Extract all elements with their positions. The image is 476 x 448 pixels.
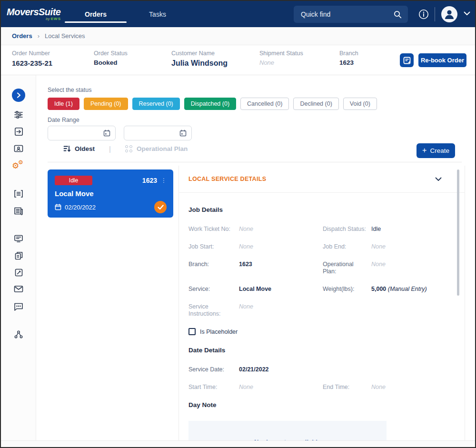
is-placeholder-row: Is Placeholder [188,328,455,335]
left-icon-rail: ⚙⚙ [1,75,36,440]
is-placeholder-label: Is Placeholder [200,329,238,335]
job-start-value: None [239,243,323,250]
sort-row: Oldest | Operational Plan [63,145,188,153]
branch-field: Branch 1623 [339,50,358,66]
chip-reserved[interactable]: Reserved (0) [132,98,180,110]
sidebar-expand-button[interactable] [1,89,36,102]
card-status-badge: Idle [55,176,92,185]
shipment-status-field: Shipment Status None [259,50,303,66]
end-time-value: None [371,384,455,391]
chip-declined[interactable]: Declined (0) [293,98,338,110]
account-chevron-down-icon[interactable] [464,11,470,16]
breadcrumb-separator: › [38,32,40,40]
collapse-chevron-down-icon[interactable] [435,177,442,181]
kebab-menu-icon[interactable]: ⋮ [161,178,167,183]
chip-void[interactable]: Void (0) [343,98,377,110]
field-row: Service: Local Move Weight(lbs): 5,000 (… [188,286,455,293]
main-tabs: Orders Tasks [65,1,188,27]
grid-dots-icon [125,145,132,152]
copy-icon [14,251,23,260]
work-ticket-value: None [239,226,323,233]
date-range-start[interactable] [48,126,116,140]
date-range-end[interactable] [124,126,192,140]
date-details-heading: Date Details [188,347,455,354]
field-row: Start Time: None End Time: None [188,384,455,391]
plus-icon: + [422,146,426,155]
order-note-button[interactable] [400,53,414,67]
operational-plan-value: None [371,261,455,268]
breadcrumb-orders-link[interactable]: Orders [12,32,32,40]
active-tab-underline [65,21,127,23]
sidebar-item-notes[interactable] [1,189,36,198]
field-row: Service Instructions: None [188,303,455,318]
app-logo: MoversSuite by EWS [7,7,63,21]
select-status-label: Select the status [48,87,91,93]
chevron-right-icon [12,89,25,102]
sidebar-item-contacts[interactable] [1,144,36,153]
sidebar-item-local-services[interactable]: ⚙⚙ [1,161,36,171]
tab-orders[interactable]: Orders [65,1,127,27]
field-row: Job Start: None Job End: None [188,243,455,250]
chat-icon [14,302,23,311]
operational-plan-toggle[interactable]: Operational Plan [125,145,188,152]
service-card[interactable]: Idle 1623 ⋮ Local Move 02/20/2022 [48,169,173,218]
order-number-value: 1623-235-21 [12,59,52,67]
services-gears-icon: ⚙⚙ [13,161,24,171]
mail-icon [14,285,23,293]
sidebar-item-share[interactable] [1,330,36,339]
note-icon [403,57,411,64]
order-number-field: Order Number 1623-235-21 [12,50,52,67]
sidebar-item-news[interactable] [1,207,36,215]
sort-divider: | [109,145,111,153]
field-row: Work Ticket No: None Dispatch Status: Id… [188,226,455,233]
quick-find-search[interactable] [294,6,408,23]
is-placeholder-checkbox[interactable] [188,328,196,335]
sidebar-item-copy[interactable] [1,251,36,260]
sidebar-item-clipboard-edit[interactable] [1,268,36,277]
calendar-icon[interactable] [179,129,187,137]
tune-filter-icon [14,110,23,119]
rebook-order-button[interactable]: Re-book Order [418,53,466,67]
contact-card-icon [14,144,23,153]
breadcrumb: Orders › Local Services [1,27,475,45]
job-end-value: None [371,243,455,250]
sidebar-item-filters[interactable] [1,110,36,119]
date-range-end-input[interactable] [124,129,179,137]
date-range-label: Date Range [48,117,79,123]
sidebar-item-chat[interactable] [1,302,36,311]
chip-cancelled[interactable]: Cancelled (0) [240,98,289,110]
status-chips: Idle (1) Pending (0) Reserved (0) Dispat… [48,98,377,110]
tab-tasks[interactable]: Tasks [127,1,188,27]
monitor-icon [14,234,23,243]
sidebar-item-order-entry[interactable] [1,127,36,136]
dispatch-status-value: Idle [371,226,455,233]
create-button[interactable]: + Create [416,143,455,158]
content-divider [48,162,462,162]
quick-find-input[interactable] [294,10,394,18]
calendar-icon[interactable] [103,129,110,137]
service-date-value: 02/21/2022 [239,366,323,373]
field-row: Service Date: 02/21/2022 [188,366,455,373]
user-avatar[interactable] [441,6,457,22]
sidebar-item-mail[interactable] [1,285,36,293]
branch-detail-value: 1623 [239,261,323,268]
clipboard-edit-icon [14,268,23,277]
panel-scrollbar[interactable] [457,169,459,296]
day-note-empty-box: No day notes available [188,421,387,440]
logo-title: MoversSuite [7,7,63,17]
chip-pending[interactable]: Pending (0) [84,98,128,110]
panel-header[interactable]: LOCAL SERVICE DETAILS [179,166,465,193]
date-range-start-input[interactable] [48,129,103,137]
chip-dispatched[interactable]: Dispatched (0) [184,98,236,110]
day-note-heading: Day Note [188,401,455,408]
chip-idle[interactable]: Idle (1) [48,98,79,110]
app-window: MoversSuite by EWS Orders Tasks [0,0,476,448]
field-row: Branch: 1623 Operational Plan: None [188,261,455,275]
search-icon[interactable] [394,10,402,19]
sidebar-item-monitor[interactable] [1,234,36,243]
card-date: 02/20/2022 [55,204,96,211]
info-icon[interactable] [418,9,429,20]
footer-strip [1,440,475,447]
sort-oldest-button[interactable]: Oldest [63,145,95,152]
confirmed-check-icon[interactable] [154,201,167,213]
